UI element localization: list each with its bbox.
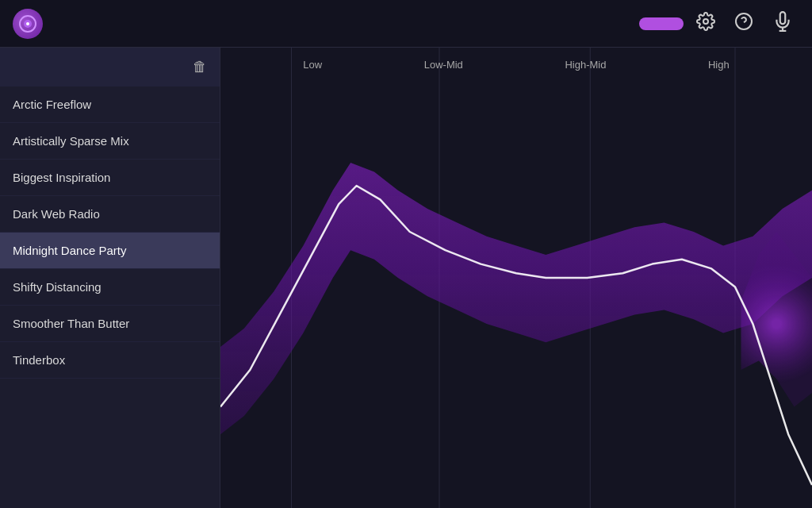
logo-area (13, 9, 51, 39)
sidebar-item[interactable]: Biggest Inspiration (0, 160, 220, 196)
sidebar-item[interactable]: Tinderbox (0, 342, 220, 379)
help-button[interactable] (728, 9, 760, 39)
sidebar-item[interactable]: Artistically Sparse Mix (0, 123, 220, 160)
sidebar-header: 🗑 (0, 48, 220, 87)
app-header (0, 0, 812, 48)
sidebar-list: Arctic FreeflowArtistically Sparse MixBi… (0, 87, 220, 508)
header-actions (639, 8, 799, 40)
sidebar-item[interactable]: Shifty Distancing (0, 269, 220, 306)
chart-area: LowLow-MidHigh-MidHigh (220, 48, 812, 508)
svg-point-2 (26, 22, 29, 25)
frequency-chart (220, 48, 812, 508)
settings-button[interactable] (690, 9, 722, 39)
capture-button[interactable] (639, 17, 684, 30)
sidebar: 🗑 Arctic FreeflowArtistically Sparse Mix… (0, 48, 220, 508)
freq-label: High-Mid (565, 59, 606, 71)
freq-label: Low (303, 59, 322, 71)
freq-label: High (708, 59, 730, 71)
app-logo (13, 9, 43, 39)
sidebar-item[interactable]: Dark Web Radio (0, 196, 220, 233)
trash-icon[interactable]: 🗑 (193, 59, 207, 75)
sidebar-item[interactable]: Smoother Than Butter (0, 306, 220, 342)
mic-button[interactable] (766, 8, 799, 40)
sidebar-item[interactable]: Arctic Freeflow (0, 87, 220, 123)
freq-label: Low-Mid (424, 59, 463, 71)
sidebar-item[interactable]: Midnight Dance Party (0, 233, 220, 269)
freq-labels: LowLow-MidHigh-MidHigh (220, 59, 812, 71)
svg-point-3 (703, 19, 708, 24)
main-content: 🗑 Arctic FreeflowArtistically Sparse Mix… (0, 48, 812, 508)
